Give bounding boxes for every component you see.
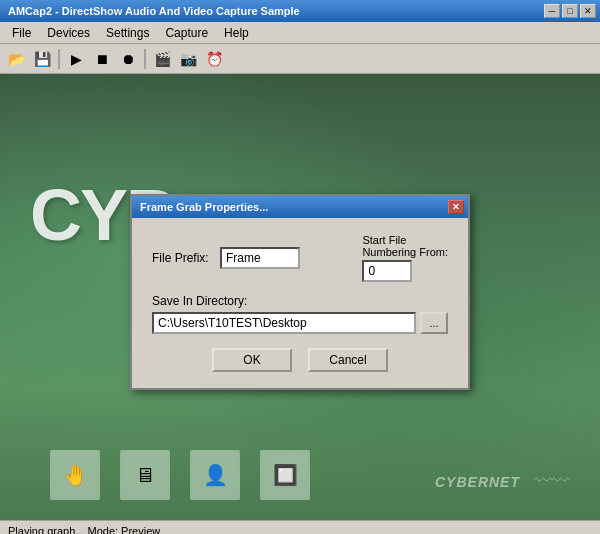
start-numbering-input[interactable] <box>362 260 412 282</box>
browse-button[interactable]: ... <box>420 312 448 334</box>
start-numbering-group: Start File Numbering From: <box>362 234 448 282</box>
open-button[interactable]: 📂 <box>4 48 28 70</box>
start-numbering-label-line2: Numbering From: <box>362 246 448 258</box>
snap-button[interactable]: 📷 <box>176 48 200 70</box>
play-button[interactable]: ▶ <box>64 48 88 70</box>
app-title: AMCap2 - DirectShow Audio And Video Capt… <box>4 5 300 17</box>
file-prefix-label: File Prefix: <box>152 251 212 265</box>
status-text: Playing graph... Mode: Preview <box>8 525 160 535</box>
toolbar-separator-2 <box>144 49 146 69</box>
minimize-button[interactable]: ─ <box>544 4 560 18</box>
save-button[interactable]: 💾 <box>30 48 54 70</box>
dialog-action-buttons: OK Cancel <box>152 348 448 372</box>
menu-help[interactable]: Help <box>216 22 257 43</box>
dialog-body: File Prefix: Start File Numbering From: … <box>132 218 468 388</box>
cancel-button[interactable]: Cancel <box>308 348 388 372</box>
frame-grab-dialog: Frame Grab Properties... ✕ File Prefix: … <box>130 194 470 390</box>
menu-devices[interactable]: Devices <box>39 22 98 43</box>
stop-button[interactable]: ⏹ <box>90 48 114 70</box>
capture-button[interactable]: 🎬 <box>150 48 174 70</box>
dialog-overlay: Frame Grab Properties... ✕ File Prefix: … <box>0 74 600 520</box>
menu-bar: File Devices Settings Capture Help <box>0 22 600 44</box>
dialog-top-row: File Prefix: Start File Numbering From: <box>152 234 448 282</box>
video-preview-area: CYB 🤚 🖥 👤 🔲 CYBERNET 〰〰 Frame Grab Prope… <box>0 74 600 520</box>
status-bar: Playing graph... Mode: Preview <box>0 520 600 534</box>
window-controls: ─ □ ✕ <box>544 4 596 18</box>
dialog-close-button[interactable]: ✕ <box>448 200 464 214</box>
menu-capture[interactable]: Capture <box>157 22 216 43</box>
close-button[interactable]: ✕ <box>580 4 596 18</box>
maximize-button[interactable]: □ <box>562 4 578 18</box>
dialog-titlebar: Frame Grab Properties... ✕ <box>132 196 468 218</box>
save-dir-row: ... <box>152 312 448 334</box>
toolbar-separator-1 <box>58 49 60 69</box>
save-dir-label: Save In Directory: <box>152 294 448 308</box>
record-button[interactable]: ⏺ <box>116 48 140 70</box>
toolbar: 📂 💾 ▶ ⏹ ⏺ 🎬 📷 ⏰ <box>0 44 600 74</box>
file-prefix-group: File Prefix: <box>152 247 300 269</box>
file-prefix-input[interactable] <box>220 247 300 269</box>
menu-settings[interactable]: Settings <box>98 22 157 43</box>
save-dir-section: Save In Directory: ... <box>152 294 448 334</box>
title-bar: AMCap2 - DirectShow Audio And Video Capt… <box>0 0 600 22</box>
save-dir-input[interactable] <box>152 312 416 334</box>
dialog-title: Frame Grab Properties... <box>136 201 268 213</box>
ok-button[interactable]: OK <box>212 348 292 372</box>
start-numbering-label-line1: Start File <box>362 234 406 246</box>
menu-file[interactable]: File <box>4 22 39 43</box>
schedule-button[interactable]: ⏰ <box>202 48 226 70</box>
